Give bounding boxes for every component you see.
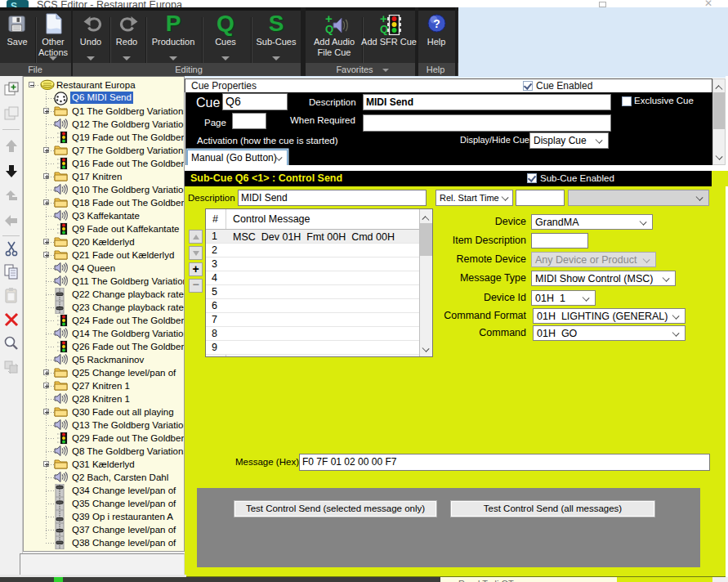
svg-text:?: ? <box>433 17 440 30</box>
